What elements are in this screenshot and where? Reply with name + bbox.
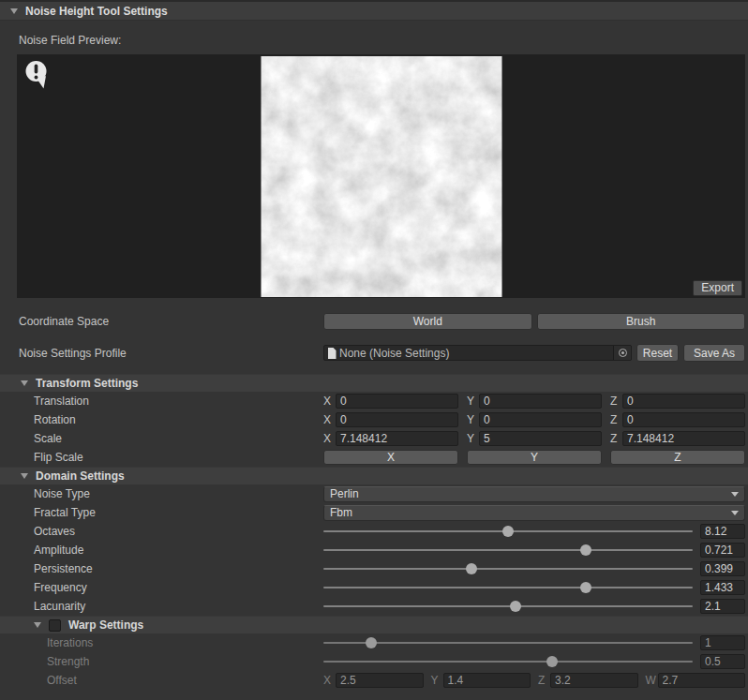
warp-settings-header[interactable]: Warp Settings xyxy=(0,616,748,633)
amplitude-slider[interactable] xyxy=(323,543,693,558)
foldout-arrow-icon[interactable] xyxy=(34,622,41,628)
rotation-x-input[interactable] xyxy=(336,412,458,427)
scale-y-input[interactable] xyxy=(479,431,602,446)
lacunarity-label: Lacunarity xyxy=(34,600,323,613)
slider-track[interactable] xyxy=(323,587,693,588)
foldout-arrow-icon[interactable] xyxy=(21,473,28,479)
slider-track[interactable] xyxy=(323,605,693,607)
rotation-y-input[interactable] xyxy=(479,412,602,427)
translation-y-input[interactable] xyxy=(479,394,602,409)
slider-thumb[interactable] xyxy=(366,637,377,648)
scale-z-input[interactable] xyxy=(622,431,745,446)
object-picker-button[interactable] xyxy=(613,346,631,360)
save-as-button[interactable]: Save As xyxy=(683,344,745,362)
slider-track[interactable] xyxy=(323,568,693,570)
coordinate-space-row: Coordinate Space World Brush xyxy=(0,313,748,330)
fractal-type-label: Fractal Type xyxy=(34,506,323,519)
panel-title: Noise Height Tool Settings xyxy=(25,5,168,18)
axis-label-z: Z xyxy=(610,395,619,408)
preview-caption: Noise Field Preview: xyxy=(19,34,748,49)
foldout-arrow-icon[interactable] xyxy=(21,380,28,386)
persistence-value-input[interactable] xyxy=(700,561,745,576)
amplitude-value-input[interactable] xyxy=(700,543,745,558)
noise-settings-object-field[interactable]: None (Noise Settings) xyxy=(323,345,632,361)
flip-scale-row: Flip Scale X Y Z xyxy=(0,448,748,467)
slider-thumb[interactable] xyxy=(502,526,514,537)
axis-label-x: X xyxy=(323,395,332,408)
transform-settings-header[interactable]: Transform Settings xyxy=(0,374,748,392)
octaves-row: Octaves xyxy=(0,522,748,541)
translation-row: Translation X Y Z xyxy=(0,392,748,410)
slider-track[interactable] xyxy=(323,661,693,663)
scale-row: Scale X Y Z xyxy=(0,429,748,448)
flip-y-button[interactable]: Y xyxy=(467,450,602,465)
profile-label: Noise Settings Profile xyxy=(19,347,323,360)
slider-thumb[interactable] xyxy=(466,563,477,574)
octaves-value-input[interactable] xyxy=(700,524,745,539)
scale-x-input[interactable] xyxy=(336,431,458,446)
flip-x-button[interactable]: X xyxy=(323,450,458,465)
warp-settings-title: Warp Settings xyxy=(68,618,143,632)
offset-w-input[interactable] xyxy=(658,673,746,688)
panel-header[interactable]: Noise Height Tool Settings xyxy=(0,0,748,21)
world-button[interactable]: World xyxy=(323,313,532,330)
export-button[interactable]: Export xyxy=(693,280,742,296)
translation-label: Translation xyxy=(34,395,323,408)
offset-y-input[interactable] xyxy=(443,673,531,688)
slider-thumb[interactable] xyxy=(546,656,558,667)
noise-preview-panel: Export xyxy=(17,54,745,298)
slider-track[interactable] xyxy=(323,549,693,551)
noise-type-label: Noise Type xyxy=(34,487,323,500)
transform-settings-title: Transform Settings xyxy=(36,377,138,390)
amplitude-label: Amplitude xyxy=(34,544,323,557)
persistence-label: Persistence xyxy=(34,562,323,575)
persistence-slider[interactable] xyxy=(323,561,693,576)
slider-track[interactable] xyxy=(323,642,693,644)
foldout-arrow-icon[interactable] xyxy=(10,8,18,14)
offset-x-input[interactable] xyxy=(336,673,424,688)
scale-label: Scale xyxy=(34,432,323,445)
asset-file-icon xyxy=(327,348,337,359)
axis-label-z: Z xyxy=(610,432,619,445)
flip-z-button[interactable]: Z xyxy=(610,450,745,465)
translation-x-input[interactable] xyxy=(336,394,458,409)
fractal-type-dropdown[interactable]: Fbm xyxy=(323,505,745,521)
lacunarity-row: Lacunarity xyxy=(0,597,748,616)
rotation-z-input[interactable] xyxy=(622,412,745,427)
amplitude-row: Amplitude xyxy=(0,541,748,559)
chevron-down-icon xyxy=(731,511,739,515)
lacunarity-slider[interactable] xyxy=(323,599,693,614)
domain-settings-header[interactable]: Domain Settings xyxy=(0,467,748,484)
reset-button[interactable]: Reset xyxy=(636,344,679,362)
warp-settings-checkbox[interactable] xyxy=(49,619,61,632)
noise-type-dropdown[interactable]: Perlin xyxy=(323,486,745,502)
octaves-slider[interactable] xyxy=(323,524,693,539)
noise-settings-profile-row: Noise Settings Profile None (Noise Setti… xyxy=(0,344,748,362)
strength-row: Strength xyxy=(0,652,748,671)
translation-z-input[interactable] xyxy=(622,394,745,409)
frequency-value-input[interactable] xyxy=(700,580,745,595)
rotation-label: Rotation xyxy=(34,413,323,426)
offset-z-input[interactable] xyxy=(550,673,638,688)
brush-button[interactable]: Brush xyxy=(537,313,746,330)
axis-label-y: Y xyxy=(467,395,475,408)
octaves-label: Octaves xyxy=(34,525,323,538)
iterations-slider[interactable] xyxy=(323,635,693,650)
noise-type-value: Perlin xyxy=(330,487,731,500)
iterations-value-input[interactable] xyxy=(700,635,745,650)
strength-value-input[interactable] xyxy=(700,654,745,669)
frequency-slider[interactable] xyxy=(323,580,693,595)
fractal-type-row: Fractal Type Fbm xyxy=(0,503,748,522)
slider-thumb[interactable] xyxy=(580,544,591,556)
slider-thumb[interactable] xyxy=(580,582,591,593)
chevron-down-icon xyxy=(731,492,739,497)
coordinate-space-label: Coordinate Space xyxy=(19,315,323,328)
persistence-row: Persistence xyxy=(0,559,748,578)
strength-slider[interactable] xyxy=(323,654,693,669)
axis-label-y: Y xyxy=(467,413,475,426)
noise-height-tool-panel: Noise Height Tool Settings Noise Field P… xyxy=(0,0,748,700)
slider-thumb[interactable] xyxy=(510,601,521,612)
axis-label-y: Y xyxy=(431,674,440,687)
lacunarity-value-input[interactable] xyxy=(700,599,745,614)
offset-row: Offset X Y Z W xyxy=(0,671,748,690)
